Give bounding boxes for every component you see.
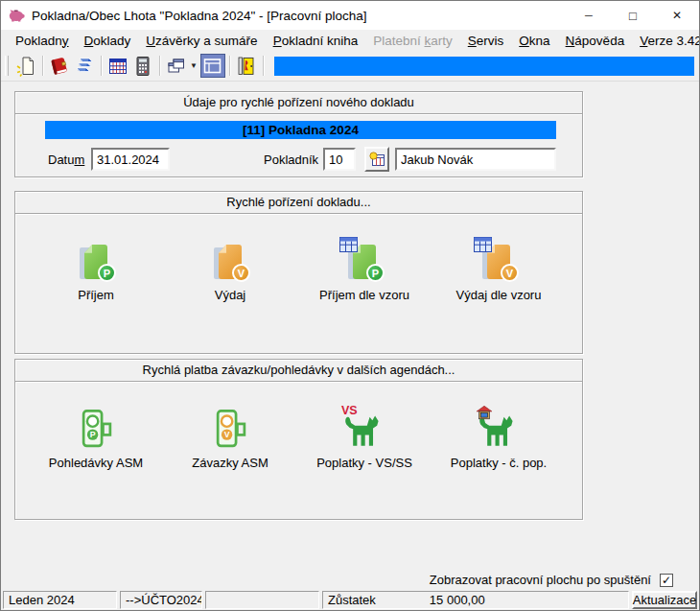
status-balance: Zůstatek 15 000,00: [322, 591, 629, 609]
maximize-button[interactable]: □: [611, 1, 655, 30]
menu-item-doklady[interactable]: Doklady: [77, 32, 139, 50]
app-window: Pokladna/Obec Lhota "Pokladna 2024" - [P…: [0, 0, 700, 611]
toolbar-separator: [159, 56, 160, 76]
menu-item-pokladni-kniha[interactable]: Pokladní kniha: [266, 32, 366, 50]
minimize-icon: ─: [585, 10, 593, 21]
group-quick-payment: Rychlá platba závazku/pohledávky v další…: [14, 359, 583, 520]
report-stack-icon: [74, 56, 95, 77]
desktop-view-button[interactable]: [200, 54, 225, 78]
calendar-button[interactable]: [105, 54, 130, 78]
update-button[interactable]: Aktualizace: [632, 591, 697, 609]
status-export-target: -->ÚČTO2024: [120, 591, 202, 609]
show-desktop-checkbox[interactable]: [660, 574, 673, 587]
piggy-bank-app-icon: [9, 9, 25, 22]
footer-options-row: Zobrazovat pracovní plochu po spuštění: [430, 573, 673, 587]
balance-value: 15 000,00: [430, 593, 485, 607]
dog-house-icon: [470, 407, 527, 453]
date-input[interactable]: [91, 148, 170, 171]
toolbar-separator: [42, 56, 43, 76]
quick-pay-zavazky-asm[interactable]: V Závazky ASM: [163, 407, 297, 470]
quick-document-row: P Příjem V Výdaj P Příjem: [15, 214, 582, 302]
titlebar: Pokladna/Obec Lhota "Pokladna 2024" - [P…: [1, 1, 699, 30]
payables-ledger-icon: V: [201, 407, 259, 453]
quick-doc-prijem-dle-vzoru[interactable]: P Příjem dle vzoru: [297, 239, 432, 302]
menubar: Pokladny Doklady Uzávěrky a sumáře Pokla…: [1, 30, 699, 51]
red-book-icon: [49, 56, 70, 77]
quick-pay-poplatky-vs-ss[interactable]: VS Poplatky - VS/SS: [297, 407, 432, 470]
window-list-dropdown-icon[interactable]: ▼: [190, 61, 198, 70]
group-quick-document-title: Rychlé pořízení dokladu...: [15, 192, 582, 214]
status-empty-cell: [205, 591, 319, 609]
menu-item-uzaverky-a-sumare[interactable]: Uzávěrky a sumáře: [138, 32, 265, 50]
menu-item-verze[interactable]: Verze 3.42.0: [632, 32, 700, 50]
calendar-icon: [107, 56, 128, 77]
toolbar-gripper[interactable]: [5, 56, 9, 76]
quick-doc-vydaj-dle-vzoru[interactable]: V Výdaj dle vzoru: [432, 239, 566, 302]
menu-item-okna[interactable]: Okna: [511, 32, 557, 50]
toolbar-info-bar: [274, 57, 694, 76]
exit-button[interactable]: [234, 54, 259, 78]
group-quick-payment-title: Rychlá platba závazku/pohledávky v další…: [15, 360, 582, 382]
calculator-icon: [132, 56, 153, 77]
quick-pay-poplatky-c-pop[interactable]: Poplatky - č. pop.: [432, 407, 566, 470]
cascade-windows-icon: [166, 57, 187, 76]
balance-label: Zůstatek: [328, 593, 376, 607]
quick-doc-prijem[interactable]: P Příjem: [29, 239, 163, 302]
quick-payment-row: P Pohledávky ASM V: [15, 382, 582, 470]
toolbar: ▼: [1, 51, 699, 82]
cashier-lookup-button[interactable]: [364, 147, 389, 172]
window-title: Pokladna/Obec Lhota "Pokladna 2024" - [P…: [32, 9, 367, 23]
date-label: Datum: [48, 153, 84, 167]
maximize-icon: □: [629, 9, 637, 23]
active-cashbox-banner: [11] Pokladna 2024: [45, 121, 556, 139]
menu-item-pokladny[interactable]: Pokladny: [8, 32, 77, 50]
cashier-name-input[interactable]: [395, 148, 556, 171]
close-button[interactable]: ✕: [655, 1, 699, 30]
group-new-document-title: Údaje pro rychlé pořízení nového dokladu: [15, 92, 582, 114]
cashbook-button[interactable]: [47, 54, 72, 78]
house-overlay-icon: [476, 405, 493, 420]
dog-vs-icon: VS: [336, 407, 393, 453]
cashier-lookup-table-icon: [368, 151, 386, 169]
cashier-number-input[interactable]: [323, 148, 356, 171]
quick-doc-vydaj[interactable]: V Výdaj: [163, 239, 297, 302]
statusbar: Leden 2024 -->ÚČTO2024 Zůstatek 15 000,0…: [1, 590, 699, 610]
income-document-icon: P: [67, 239, 125, 285]
new-document-icon: [16, 56, 36, 77]
reports-button[interactable]: [72, 54, 97, 78]
toolbar-separator: [263, 56, 264, 76]
menu-item-platebni-karty: Platební karty: [365, 32, 460, 50]
group-quick-document: Rychlé pořízení dokladu... P Příjem V Vý…: [14, 191, 583, 354]
menu-item-napoveda[interactable]: Nápověda: [558, 32, 633, 50]
receivables-ledger-icon: P: [67, 407, 125, 453]
menu-item-servis[interactable]: Servis: [460, 32, 512, 50]
window-list-button[interactable]: [164, 54, 189, 78]
svg-text:V: V: [224, 430, 230, 439]
cashier-label: Pokladník: [264, 153, 318, 167]
toolbar-separator: [229, 56, 230, 76]
expense-document-icon: V: [201, 239, 259, 285]
svg-text:P: P: [90, 430, 96, 439]
calculator-button[interactable]: [130, 54, 155, 78]
income-template-document-icon: P: [336, 239, 393, 285]
new-document-button[interactable]: [13, 54, 38, 78]
status-period: Leden 2024: [3, 591, 117, 609]
window-controls: ─ □ ✕: [567, 1, 699, 30]
exit-door-icon: [237, 56, 256, 77]
vs-overlay-text: VS: [341, 404, 358, 417]
close-icon: ✕: [672, 9, 682, 22]
group-new-document: Údaje pro rychlé pořízení nového dokladu…: [14, 91, 583, 177]
desktop-layout-icon: [202, 57, 222, 76]
minimize-button[interactable]: ─: [567, 1, 611, 30]
show-desktop-label: Zobrazovat pracovní plochu po spuštění: [430, 573, 651, 587]
expense-template-document-icon: V: [470, 239, 527, 285]
quick-pay-pohledavky-asm[interactable]: P Pohledávky ASM: [29, 407, 163, 470]
workspace: Údaje pro rychlé pořízení nového dokladu…: [1, 82, 699, 590]
new-document-form-row: Datum Pokladník: [15, 147, 582, 174]
toolbar-separator: [101, 56, 102, 76]
